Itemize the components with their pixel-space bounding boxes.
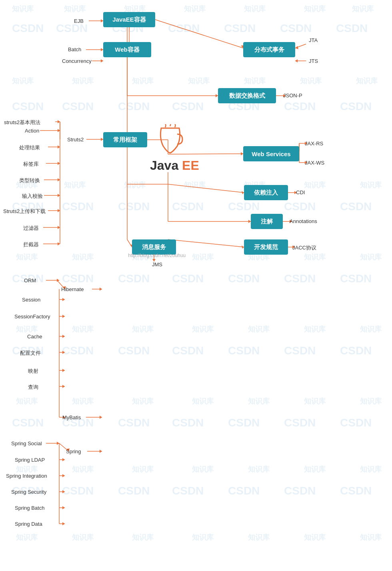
svg-marker-86 [62,385,65,388]
javaee-container-label: JavaEE容器 [112,16,146,24]
svg-marker-90 [100,288,102,291]
query-label: 查询 [28,384,38,391]
svg-marker-35 [58,162,60,165]
annotation-node: 注解 [251,214,283,229]
jts-label: JTS [309,58,318,64]
action-label: Action [25,128,39,134]
orm-label: ORM [24,277,36,283]
data-exchange-label: 数据交换格式 [229,92,265,100]
common-framework-node: 常用框架 [103,132,147,147]
svg-line-12 [155,20,243,48]
svg-marker-5 [101,59,103,62]
jta-label: JTA [309,37,318,43]
mybatis-label: MyBatis [62,414,81,420]
svg-line-53 [168,184,244,193]
svg-marker-102 [62,474,65,477]
url-label: http://blog.csdn.net/zouhuu [128,253,186,258]
dev-standard-label: 开发规范 [254,243,278,251]
svg-marker-33 [58,129,60,132]
spring-label: Spring [66,448,81,454]
javaee-container-node: JavaEE容器 [103,12,155,27]
java-text: Java [150,158,178,173]
message-service-label: 消息服务 [142,243,166,251]
session-factory-label: SessionFactory [14,314,50,320]
di-label: 依赖注入 [254,189,278,197]
svg-marker-80 [62,335,65,338]
svg-marker-32 [58,120,60,123]
cdi-label: CDI [296,189,305,195]
svg-marker-9 [295,46,298,49]
common-framework-label: 常用框架 [113,136,137,144]
svg-marker-36 [58,178,60,181]
svg-marker-106 [62,506,65,509]
dev-standard-node: 开发规范 [244,239,288,255]
result-label: 处理结果 [19,144,40,151]
distributed-tx-node: 分布式事务 [243,42,295,57]
svg-marker-95 [100,416,102,419]
svg-marker-82 [62,351,65,354]
svg-marker-78 [62,315,65,318]
distributed-tx-label: 分布式事务 [254,46,284,54]
web-container-label: Web容器 [115,46,139,54]
svg-marker-84 [62,369,65,372]
spring-batch-label: Spring Batch [15,505,44,511]
type-convert-label: 类型转换 [19,177,40,184]
spring-social-label: Spring Social [11,440,42,446]
svg-marker-38 [58,209,60,212]
spring-security-label: Spring Security [11,489,46,495]
jms-label: JMS [152,261,162,267]
cache-label: Cache [27,334,42,340]
web-container-node: Web容器 [103,42,151,57]
jacc-label: JACC协议 [292,244,316,251]
ee-text: EE [178,158,199,173]
batch-label: Batch [68,46,81,52]
svg-marker-110 [57,442,59,445]
java-ee-title: Java EE [150,158,199,173]
struts2-basic-label: struts2基本用法 [4,119,40,126]
svg-marker-34 [58,145,60,149]
java-cup-icon [155,124,185,158]
jax-rs-label: JAX-RS [305,141,323,147]
data-exchange-node: 数据交换格式 [218,88,276,103]
upload-download-label: Struts2上传和下载 [3,208,46,215]
interceptor-label: 拦截器 [23,241,39,248]
validation-label: 输入校验 [22,193,43,200]
svg-line-67 [168,239,244,247]
session-label: Session [22,297,40,303]
svg-marker-37 [58,194,60,197]
diagram-svg [0,0,392,571]
config-file-label: 配置文件 [20,350,41,357]
svg-marker-112 [100,450,102,453]
annotations-label: Annotations [290,218,317,224]
web-services-node: Web Services [243,146,299,161]
jax-ws-label: JAX-WS [305,160,324,166]
svg-marker-39 [58,226,60,229]
svg-marker-11 [295,59,298,62]
json-p-label: JSON-P [283,92,302,99]
spring-integration-label: Spring Integration [6,473,47,479]
svg-marker-104 [62,490,65,493]
svg-marker-108 [62,522,65,525]
filter-label: 过滤器 [23,225,39,232]
concurrency-label: Concurrency [62,58,92,64]
mapping-label: 映射 [28,368,38,375]
svg-marker-40 [58,242,60,245]
web-services-label: Web Services [252,151,290,157]
annotation-label: 注解 [261,218,273,225]
ejb-label: EJB [74,18,84,24]
svg-marker-76 [62,298,65,301]
taglib-label: 标签库 [23,161,39,168]
svg-marker-100 [62,458,65,461]
spring-ldap-label: Spring LDAP [15,457,45,463]
di-node: 依赖注入 [244,185,288,200]
hibernate-label: Hibernate [61,286,84,292]
spring-data-label: Spring Data [15,521,42,527]
struts2-label: Struts2 [67,137,84,143]
